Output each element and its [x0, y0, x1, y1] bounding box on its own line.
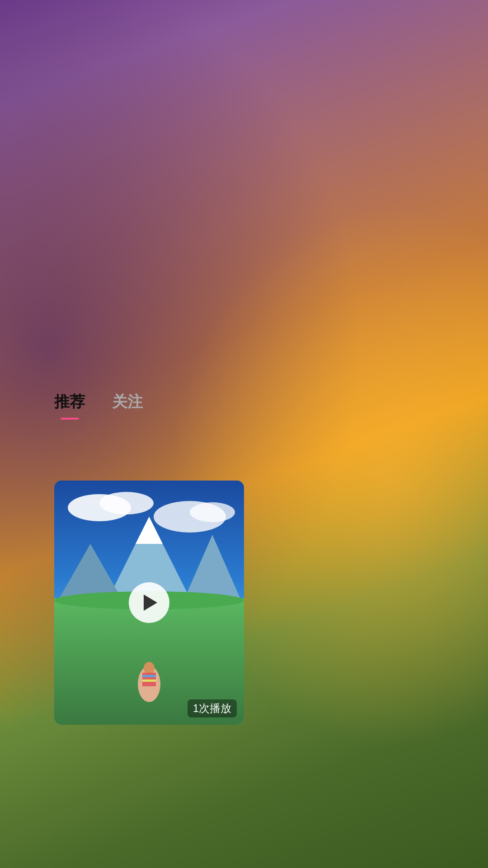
video-play-button[interactable] [129, 582, 169, 623]
svg-rect-21 [142, 675, 156, 677]
tab-recommend[interactable]: 推荐 [54, 392, 85, 420]
svg-point-19 [144, 662, 155, 675]
video-thumbnail[interactable]: 1次播放 [54, 481, 244, 725]
tab-follow[interactable]: 关注 [112, 392, 143, 420]
play-triangle-icon [144, 594, 157, 611]
svg-rect-22 [142, 679, 156, 682]
svg-point-9 [99, 492, 154, 514]
video-play-count: 1次播放 [188, 699, 237, 717]
svg-point-11 [190, 502, 235, 522]
